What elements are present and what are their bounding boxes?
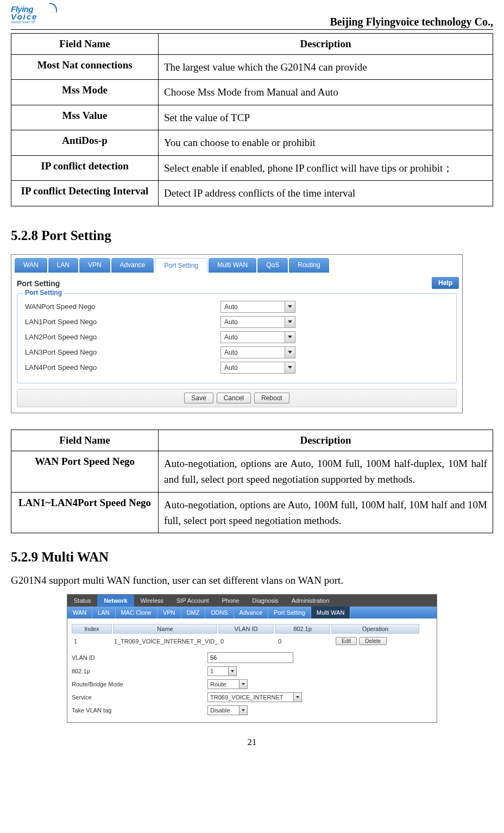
wan-table-headers: Index Name VLAN ID 802.1p Operation — [72, 624, 432, 634]
subtab-multi-wan[interactable]: Multi WAN — [311, 607, 351, 619]
wanport-select[interactable]: Auto — [220, 301, 295, 313]
tab-multi-wan[interactable]: Multi WAN — [209, 258, 256, 273]
select-value: TR069_VOICE_INTERNET — [210, 694, 283, 701]
select-value: Auto — [224, 318, 238, 326]
subtab-vpn[interactable]: VPN — [158, 607, 181, 619]
toptab-network[interactable]: Network — [97, 595, 134, 607]
toptab-administration[interactable]: Administration — [285, 595, 336, 607]
vlan-id-input[interactable] — [207, 652, 293, 663]
company-name: Beijing Flyingvoice technology Co., — [330, 16, 493, 28]
subtab-wan[interactable]: WAN — [67, 607, 92, 619]
table-header-row: Field Name Description — [11, 430, 493, 451]
field-name-cell: WAN Port Speed Nego — [11, 451, 159, 492]
select-value: Auto — [224, 303, 238, 311]
service-label: Service — [72, 694, 207, 701]
cell-8021p: 0 — [276, 638, 332, 645]
sub-nav-tabs: WAN LAN MAC Clone VPN DMZ DDNS Advance P… — [67, 607, 437, 619]
wanport-label: WANPort Speed Nego — [25, 302, 220, 311]
multi-wan-intro: G201N4 support multi WAN function, user … — [11, 575, 493, 586]
chevron-down-icon — [242, 709, 245, 711]
reboot-button[interactable]: Reboot — [254, 393, 289, 403]
field-name-cell: IP conflict detection — [11, 155, 159, 180]
form-row: WANPort Speed Nego Auto — [25, 299, 449, 314]
field-description-table-2: Field Name Description WAN Port Speed Ne… — [11, 430, 493, 534]
subtab-lan[interactable]: LAN — [92, 607, 115, 619]
subtab-dmz[interactable]: DMZ — [181, 607, 206, 619]
fieldset-legend: Port Setting — [23, 289, 64, 296]
form-row: 802.1p 1 — [72, 665, 432, 678]
select-value: Route — [210, 681, 226, 687]
toptab-status[interactable]: Status — [67, 595, 97, 607]
chevron-down-icon — [288, 320, 292, 323]
chevron-down-icon — [231, 670, 234, 672]
8021p-select[interactable]: 1 — [207, 666, 237, 676]
route-bridge-mode-label: Route/Bridge Mode — [72, 681, 207, 687]
take-vlan-tag-select[interactable]: Disable — [207, 705, 248, 715]
toptab-diagnosis[interactable]: Diagnosis — [245, 595, 285, 607]
table-row: AntiDos-p You can choose to enable or pr… — [11, 130, 493, 155]
service-select[interactable]: TR069_VOICE_INTERNET — [207, 692, 302, 702]
col-field-name: Field Name — [11, 430, 159, 451]
wan-table-row: 1 1_TR069_VOICE_INTERNET_R_VID_ 0 0 Edit… — [72, 637, 432, 645]
edit-button[interactable]: Edit — [336, 637, 357, 645]
subnav-tabs: WAN LAN VPN Advance Port Setting Multi W… — [11, 255, 462, 273]
description-cell: Choose Mss Mode from Manual and Auto — [159, 80, 493, 105]
tab-advance[interactable]: Advance — [111, 258, 154, 273]
save-button[interactable]: Save — [184, 393, 213, 403]
subtab-ddns[interactable]: DDNS — [205, 607, 234, 619]
select-value: Disable — [210, 707, 230, 714]
logo-text-bottom: Voice — [11, 14, 49, 20]
field-name-cell: IP conflict Detecting Interval — [11, 181, 159, 206]
toptab-sip-account[interactable]: SIP Account — [170, 595, 216, 607]
tab-routing[interactable]: Routing — [289, 258, 329, 273]
chevron-down-icon — [288, 351, 292, 354]
delete-button[interactable]: Delete — [359, 637, 387, 645]
chevron-down-icon — [288, 366, 292, 369]
table-header-row: Field Name Description — [11, 34, 493, 55]
main-nav-tabs: Status Network Wireless SIP Account Phon… — [67, 595, 437, 607]
form-row: Service TR069_VOICE_INTERNET — [72, 691, 432, 704]
tab-qos[interactable]: QoS — [257, 258, 288, 273]
port-setting-fieldset: Port Setting WANPort Speed Nego Auto LAN… — [17, 293, 457, 383]
cancel-button[interactable]: Cancel — [217, 393, 251, 403]
select-value: 1 — [210, 668, 213, 674]
form-row: LAN2Port Speed Nego Auto — [25, 330, 449, 345]
take-vlan-tag-label: Take VLAN tag — [72, 707, 207, 714]
lan2port-select[interactable]: Auto — [220, 331, 295, 343]
tab-lan[interactable]: LAN — [48, 258, 78, 273]
lan3port-select[interactable]: Auto — [220, 346, 295, 358]
subtab-port-setting[interactable]: Port Setting — [268, 607, 311, 619]
chevron-down-icon — [242, 683, 245, 685]
port-setting-screenshot: WAN LAN VPN Advance Port Setting Multi W… — [11, 254, 463, 413]
col-description: Description — [159, 430, 493, 451]
toptab-phone[interactable]: Phone — [216, 595, 246, 607]
lan4port-select[interactable]: Auto — [220, 362, 295, 374]
tab-vpn[interactable]: VPN — [79, 258, 110, 273]
lan1port-select[interactable]: Auto — [220, 316, 295, 328]
tab-wan[interactable]: WAN — [15, 258, 47, 273]
logo-tagline: Voice over IP — [11, 20, 49, 24]
col-description: Description — [159, 34, 493, 55]
table-row: IP conflict Detecting Interval Detect IP… — [11, 181, 493, 206]
col-operation: Operation — [331, 624, 419, 634]
help-button[interactable]: Help — [432, 277, 459, 289]
multi-wan-screenshot: Status Network Wireless SIP Account Phon… — [67, 594, 437, 723]
form-row: VLAN ID — [72, 651, 432, 665]
tab-port-setting[interactable]: Port Setting — [155, 258, 207, 273]
route-bridge-mode-select[interactable]: Route — [207, 679, 248, 689]
subtab-advance[interactable]: Advance — [234, 607, 269, 619]
cell-index: 1 — [72, 638, 113, 645]
lan4port-label: LAN4Port Speed Nego — [25, 363, 220, 371]
col-vlan-id: VLAN ID — [218, 624, 274, 634]
description-cell: Auto-negotiation, options are Auto, 100M… — [159, 492, 493, 533]
subtab-mac-clone[interactable]: MAC Clone — [116, 607, 158, 619]
select-value: Auto — [224, 349, 238, 356]
form-row: Route/Bridge Mode Route — [72, 678, 432, 691]
button-bar: Save Cancel Reboot — [17, 389, 457, 407]
select-value: Auto — [224, 333, 238, 341]
flyingvoice-logo: Flying Voice Voice over IP — [11, 4, 49, 28]
field-name-cell: LAN1~LAN4Port Speed Nego — [11, 492, 159, 533]
col-name: Name — [113, 624, 217, 634]
table-row: IP conflict detection Select enable if e… — [11, 155, 493, 180]
toptab-wireless[interactable]: Wireless — [134, 595, 170, 607]
